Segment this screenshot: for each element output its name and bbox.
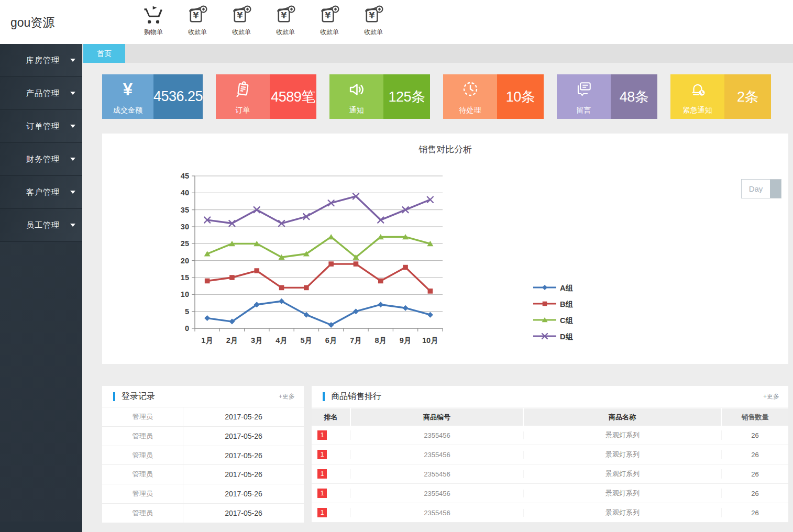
stat-card-6[interactable]: 紧急通知2条 [670,74,771,119]
sidebar-item-6[interactable]: 员工管理 [0,209,82,242]
sidebar: 库房管理产品管理订单管理财务管理客户管理员工管理 [0,44,82,532]
sales-qty-cell: 26 [722,509,788,517]
svg-text:10: 10 [181,290,189,298]
header-action-label: 收款单 [361,28,386,37]
stat-card-2[interactable]: 订单4589笔 [216,74,316,119]
sidebar-item-1[interactable]: 库房管理 [0,44,82,77]
header-action-label: 收款单 [229,28,254,37]
receipt-add-icon: ¥ [273,4,298,27]
stat-card-value: 4536.25 [153,74,203,119]
stat-card-value: 10条 [497,74,544,119]
legend-label: A组 [560,283,573,293]
stat-card-label: 紧急通知 [670,106,724,115]
svg-text:15: 15 [181,273,189,282]
rank-badge: 1 [317,469,327,479]
stat-card-1[interactable]: ¥成交金额4536.25 [102,74,203,119]
stat-card-label: 成交金额 [102,106,153,115]
speaker-icon [329,80,383,101]
svg-text:6月: 6月 [325,336,337,345]
rank-cell: 1 [312,430,351,440]
header-action-receipt[interactable]: ¥收款单 [185,4,210,37]
stat-card-3[interactable]: 通知125条 [329,74,430,119]
rank-cell: 1 [312,469,351,479]
sales-ranking-panel: 商品销售排行 +更多 排名商品编号商品名称销售数量 12355456景观灯系列2… [312,386,788,523]
svg-text:9月: 9月 [400,336,412,345]
stat-card-left: ¥成交金额 [102,74,153,119]
legend-label: C组 [560,316,573,326]
header-action-label: 购物单 [141,28,166,37]
order-note-icon [216,80,270,101]
svg-text:0: 0 [185,324,189,332]
product-code-cell: 2355456 [351,451,524,459]
stat-card-value: 125条 [383,74,430,119]
legend-item-D组: D组 [533,329,573,345]
sales-chart-panel: 销售对比分析 0510152025303540451月2月3月4月5月6月7月8… [102,134,788,364]
app-header: gou资源 购物单¥收款单¥收款单¥收款单¥收款单¥收款单 [0,0,793,44]
chevron-down-icon [70,92,75,95]
stat-card-5[interactable]: 留言48条 [557,74,657,119]
chevron-down-icon [70,224,75,227]
column-header-2: 商品编号 [351,408,524,426]
login-date: 2017-05-26 [183,407,304,426]
chevron-down-icon [70,125,75,128]
header-action-receipt[interactable]: ¥收款单 [229,4,254,37]
svg-text:¥: ¥ [281,10,287,20]
receipt-add-icon: ¥ [317,4,342,27]
header-action-receipt[interactable]: ¥收款单 [273,4,298,37]
sales-qty-cell: 26 [722,431,788,439]
chat-icon [557,80,611,101]
sidebar-item-2[interactable]: 产品管理 [0,77,82,110]
svg-text:5月: 5月 [301,336,313,345]
login-user: 管理员 [102,407,183,426]
stat-card-value: 48条 [611,74,657,119]
svg-text:45: 45 [181,172,189,180]
login-record-row: 管理员2017-05-26 [102,427,304,446]
login-more-link[interactable]: +更多 [279,392,295,401]
login-record-row: 管理员2017-05-26 [102,504,304,523]
stat-card-label: 待处理 [443,106,497,115]
login-panel-header: 登录记录 +更多 [102,386,304,407]
svg-text:8月: 8月 [375,336,387,345]
svg-text:¥: ¥ [237,10,243,20]
svg-text:¥: ¥ [193,10,199,20]
stat-card-value: 2条 [724,74,771,119]
product-name-cell: 景观灯系列 [524,508,722,517]
tab-home[interactable]: 首页 [83,44,125,63]
rank-cell: 1 [312,450,351,459]
product-code-cell: 2355456 [351,509,524,517]
svg-text:1月: 1月 [201,336,213,345]
header-action-receipt[interactable]: ¥收款单 [317,4,342,37]
day-filter-button[interactable]: Day [741,179,781,198]
receipt-add-icon: ¥ [185,4,210,27]
stat-card-label: 通知 [329,106,383,115]
legend-item-B组: B组 [533,296,573,313]
stat-card-left: 紧急通知 [670,74,724,119]
stat-card-4[interactable]: 待处理10条 [443,74,544,119]
sidebar-item-4[interactable]: 财务管理 [0,143,82,176]
sales-ranking-table: 排名商品编号商品名称销售数量 12355456景观灯系列2612355456景观… [312,408,788,523]
day-filter-dropdown-handle [770,180,781,198]
stat-card-left: 留言 [557,74,611,119]
product-name-cell: 景观灯系列 [524,469,722,479]
stat-card-left: 订单 [216,74,270,119]
rank-cell: 1 [312,508,351,517]
sales-more-link[interactable]: +更多 [763,392,779,401]
chevron-down-icon [70,59,75,62]
sidebar-item-label: 订单管理 [26,121,60,131]
sidebar-item-label: 财务管理 [26,154,60,164]
sidebar-item-3[interactable]: 订单管理 [0,110,82,143]
line-chart: 0510152025303540451月2月3月4月5月6月7月8月9月10月 [173,166,487,356]
sidebar-item-label: 客户管理 [26,187,60,197]
legend-marker-icon [533,300,557,310]
product-code-cell: 2355456 [351,470,524,478]
header-action-receipt[interactable]: ¥收款单 [361,4,386,37]
stat-card-left: 通知 [329,74,383,119]
sales-table-row: 12355456景观灯系列26 [312,484,788,503]
yen-glyph: ¥ [123,80,133,99]
login-user: 管理员 [102,427,183,446]
sidebar-menu: 库房管理产品管理订单管理财务管理客户管理员工管理 [0,44,82,242]
sidebar-item-5[interactable]: 客户管理 [0,176,82,209]
sales-qty-cell: 26 [722,451,788,459]
svg-text:3月: 3月 [251,336,263,345]
header-action-cart[interactable]: 购物单 [141,4,166,37]
